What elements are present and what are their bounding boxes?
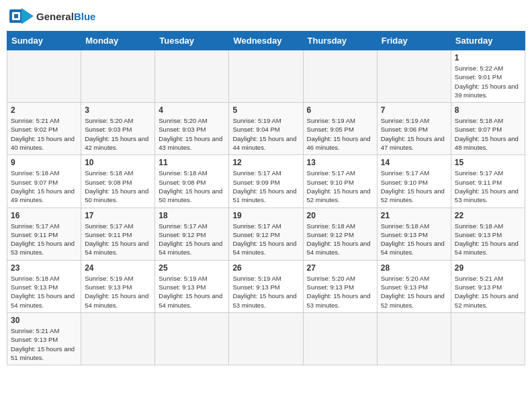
day-cell: 21Sunrise: 5:18 AMSunset: 9:13 PMDayligh… [377,208,451,260]
day-cell: 16Sunrise: 5:17 AMSunset: 9:11 PMDayligh… [7,208,81,260]
day-cell: 22Sunrise: 5:18 AMSunset: 9:13 PMDayligh… [451,208,525,260]
day-number: 5 [232,105,299,115]
day-info: Sunrise: 5:21 AMSunset: 9:13 PMDaylight:… [11,326,77,362]
day-cell: 13Sunrise: 5:17 AMSunset: 9:10 PMDayligh… [303,155,377,208]
day-info: Sunrise: 5:18 AMSunset: 9:12 PMDaylight:… [307,222,373,257]
week-row-4: 23Sunrise: 5:18 AMSunset: 9:13 PMDayligh… [7,260,525,312]
week-row-2: 9Sunrise: 5:18 AMSunset: 9:07 PMDaylight… [7,155,525,208]
day-info: Sunrise: 5:18 AMSunset: 9:13 PMDaylight:… [381,222,447,257]
day-cell: 9Sunrise: 5:18 AMSunset: 9:07 PMDaylight… [7,155,81,208]
day-cell: 5Sunrise: 5:19 AMSunset: 9:04 PMDaylight… [229,103,303,155]
day-cell: 30Sunrise: 5:21 AMSunset: 9:13 PMDayligh… [7,312,81,365]
day-cell: 2Sunrise: 5:21 AMSunset: 9:02 PMDaylight… [7,103,81,155]
day-cell [377,312,451,365]
day-cell [451,312,525,365]
day-cell: 3Sunrise: 5:20 AMSunset: 9:03 PMDaylight… [81,103,155,155]
header-cell-saturday: Saturday [451,32,525,50]
day-cell [229,50,303,103]
day-info: Sunrise: 5:18 AMSunset: 9:07 PMDaylight:… [11,169,77,204]
week-row-3: 16Sunrise: 5:17 AMSunset: 9:11 PMDayligh… [7,208,525,260]
day-info: Sunrise: 5:18 AMSunset: 9:13 PMDaylight:… [455,222,521,257]
day-cell: 17Sunrise: 5:17 AMSunset: 9:11 PMDayligh… [81,208,155,260]
day-info: Sunrise: 5:22 AMSunset: 9:01 PMDaylight:… [455,64,521,99]
day-number: 24 [85,263,151,273]
day-cell: 6Sunrise: 5:19 AMSunset: 9:05 PMDaylight… [303,103,377,155]
day-cell: 29Sunrise: 5:21 AMSunset: 9:13 PMDayligh… [451,260,525,312]
header-cell-tuesday: Tuesday [155,32,229,50]
day-number: 19 [232,211,299,220]
day-cell [303,312,377,365]
day-info: Sunrise: 5:20 AMSunset: 9:03 PMDaylight:… [85,116,151,152]
logo: GeneralBlue [9,7,95,26]
day-number: 27 [307,263,373,273]
day-cell [303,50,377,103]
header-row: SundayMondayTuesdayWednesdayThursdayFrid… [7,32,525,50]
day-cell: 8Sunrise: 5:18 AMSunset: 9:07 PMDaylight… [451,103,525,155]
svg-rect-3 [14,14,18,18]
day-info: Sunrise: 5:20 AMSunset: 9:03 PMDaylight:… [159,116,225,152]
day-number: 6 [307,105,373,115]
day-info: Sunrise: 5:17 AMSunset: 9:11 PMDaylight:… [455,169,521,204]
day-cell [155,50,229,103]
calendar-body: 1Sunrise: 5:22 AMSunset: 9:01 PMDaylight… [7,50,525,365]
day-info: Sunrise: 5:17 AMSunset: 9:10 PMDaylight:… [307,169,373,204]
day-number: 20 [307,211,373,220]
day-cell: 15Sunrise: 5:17 AMSunset: 9:11 PMDayligh… [451,155,525,208]
day-number: 30 [11,316,77,325]
day-info: Sunrise: 5:18 AMSunset: 9:13 PMDaylight:… [11,274,77,310]
day-cell: 27Sunrise: 5:20 AMSunset: 9:13 PMDayligh… [303,260,377,312]
day-number: 2 [11,105,77,115]
day-info: Sunrise: 5:21 AMSunset: 9:02 PMDaylight:… [11,116,77,152]
day-cell [7,50,81,103]
week-row-0: 1Sunrise: 5:22 AMSunset: 9:01 PMDaylight… [7,50,525,103]
day-number: 8 [455,105,521,115]
day-number: 29 [455,263,521,273]
day-cell [155,312,229,365]
day-cell [81,312,155,365]
day-info: Sunrise: 5:21 AMSunset: 9:13 PMDaylight:… [455,274,521,310]
day-number: 9 [11,158,77,167]
day-cell: 25Sunrise: 5:19 AMSunset: 9:13 PMDayligh… [155,260,229,312]
day-cell: 11Sunrise: 5:18 AMSunset: 9:08 PMDayligh… [155,155,229,208]
day-info: Sunrise: 5:17 AMSunset: 9:12 PMDaylight:… [232,222,299,257]
day-info: Sunrise: 5:19 AMSunset: 9:04 PMDaylight:… [232,116,299,152]
day-cell: 7Sunrise: 5:19 AMSunset: 9:06 PMDaylight… [377,103,451,155]
day-info: Sunrise: 5:19 AMSunset: 9:13 PMDaylight:… [85,274,151,310]
day-info: Sunrise: 5:17 AMSunset: 9:09 PMDaylight:… [232,169,299,204]
day-info: Sunrise: 5:19 AMSunset: 9:13 PMDaylight:… [159,274,225,310]
header-cell-monday: Monday [81,32,155,50]
day-number: 26 [232,263,299,273]
day-info: Sunrise: 5:18 AMSunset: 9:08 PMDaylight:… [159,169,225,204]
header-cell-thursday: Thursday [303,32,377,50]
day-cell: 26Sunrise: 5:19 AMSunset: 9:13 PMDayligh… [229,260,303,312]
day-number: 18 [159,211,225,220]
day-number: 21 [381,211,447,220]
day-cell: 12Sunrise: 5:17 AMSunset: 9:09 PMDayligh… [229,155,303,208]
day-number: 14 [381,158,447,167]
day-number: 11 [159,158,225,167]
day-cell [81,50,155,103]
day-info: Sunrise: 5:17 AMSunset: 9:11 PMDaylight:… [85,222,151,257]
calendar-table: SundayMondayTuesdayWednesdayThursdayFrid… [7,31,525,365]
day-number: 25 [159,263,225,273]
day-number: 1 [455,53,521,62]
day-cell: 20Sunrise: 5:18 AMSunset: 9:12 PMDayligh… [303,208,377,260]
day-number: 10 [85,158,151,167]
day-number: 12 [232,158,299,167]
day-cell: 28Sunrise: 5:20 AMSunset: 9:13 PMDayligh… [377,260,451,312]
day-cell: 23Sunrise: 5:18 AMSunset: 9:13 PMDayligh… [7,260,81,312]
day-number: 15 [455,158,521,167]
day-cell: 24Sunrise: 5:19 AMSunset: 9:13 PMDayligh… [81,260,155,312]
day-info: Sunrise: 5:17 AMSunset: 9:11 PMDaylight:… [11,222,77,257]
day-info: Sunrise: 5:17 AMSunset: 9:10 PMDaylight:… [381,169,447,204]
day-number: 17 [85,211,151,220]
header-cell-friday: Friday [377,32,451,50]
day-number: 13 [307,158,373,167]
calendar-header: SundayMondayTuesdayWednesdayThursdayFrid… [7,32,525,50]
week-row-5: 30Sunrise: 5:21 AMSunset: 9:13 PMDayligh… [7,312,525,365]
day-number: 23 [11,263,77,273]
day-number: 28 [381,263,447,273]
day-number: 7 [381,105,447,115]
day-cell [377,50,451,103]
day-cell: 14Sunrise: 5:17 AMSunset: 9:10 PMDayligh… [377,155,451,208]
